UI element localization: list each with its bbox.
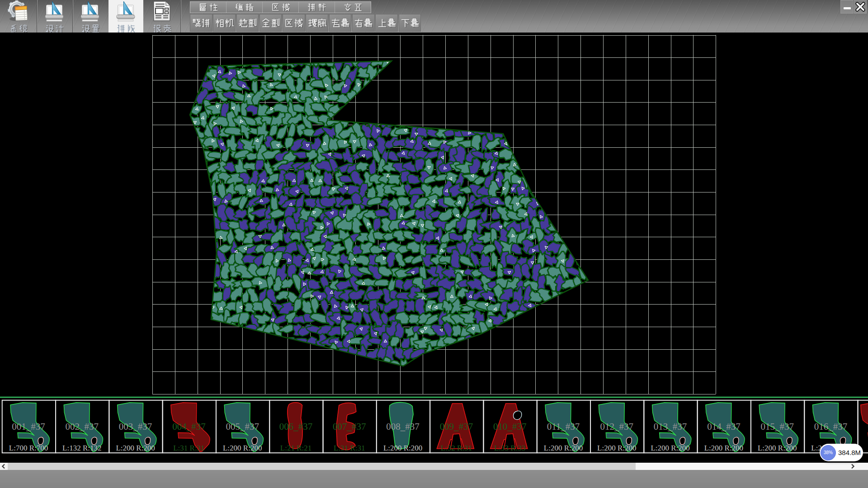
svg-text:007_#37: 007_#37 [333,421,366,432]
svg-text:L:31 R:31: L:31 R:31 [173,444,204,452]
svg-text:L:200 R:200: L:200 R:200 [758,444,797,452]
svg-text:L:200 R:200: L:200 R:200 [544,444,583,452]
svg-text:001_#37: 001_#37 [12,421,45,432]
svg-text:009_#37: 009_#37 [440,421,473,432]
svg-text:L:132 R:132: L:132 R:132 [62,444,101,452]
svg-text:L:31 R:31: L:31 R:31 [334,444,365,452]
svg-text:L:21 R:21: L:21 R:21 [280,444,311,452]
svg-text:004_#37: 004_#37 [172,421,206,432]
svg-text:013_#37: 013_#37 [654,421,687,432]
svg-text:014_#37: 014_#37 [707,421,741,432]
svg-text:L:200 R:200: L:200 R:200 [116,444,155,452]
svg-text:L:33 R:33: L:33 R:33 [494,444,525,452]
svg-text:L:200 R:200: L:200 R:200 [223,444,262,452]
svg-text:012_#37: 012_#37 [600,421,634,432]
svg-text:006_#37: 006_#37 [279,421,313,432]
svg-text:008_#37: 008_#37 [386,421,420,432]
svg-text:002_#37: 002_#37 [66,421,99,432]
svg-text:003_#37: 003_#37 [119,421,152,432]
svg-text:015_#37: 015_#37 [760,421,794,432]
svg-text:L:200 R:200: L:200 R:200 [597,444,636,452]
svg-text:016_#37: 016_#37 [814,421,848,432]
svg-text:L:200 R:200: L:200 R:200 [651,444,689,452]
svg-text:005_#37: 005_#37 [226,421,259,432]
svg-text:L:32 R:31: L:32 R:31 [441,444,472,452]
svg-text:L:200 R:200: L:200 R:200 [704,444,743,452]
svg-text:L:700 R:700: L:700 R:700 [9,444,48,452]
svg-text:L:200 R:200: L:200 R:200 [383,444,422,452]
svg-text:011_#37: 011_#37 [547,421,580,432]
svg-text:010_#37: 010_#37 [493,421,527,432]
